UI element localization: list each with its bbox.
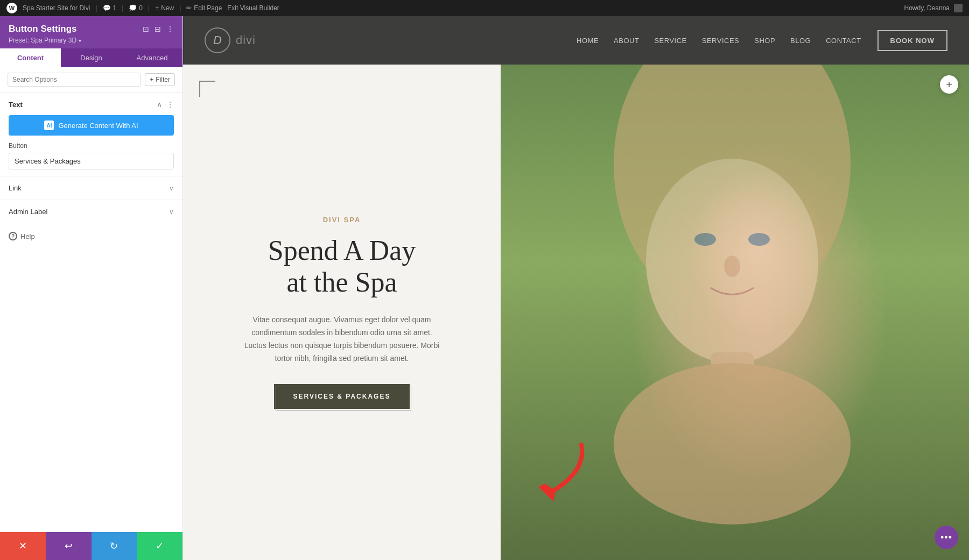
nav-shop[interactable]: SHOP bbox=[754, 37, 775, 45]
button-field-label: Button bbox=[9, 142, 174, 150]
more-options-icon[interactable]: ⋮ bbox=[166, 100, 174, 109]
nav-services[interactable]: SERVICES bbox=[702, 37, 740, 45]
nav-service[interactable]: SERVICE bbox=[654, 37, 686, 45]
section-actions: ∧ ⋮ bbox=[157, 100, 174, 109]
messages-btn[interactable]: 💭 0 bbox=[129, 4, 143, 12]
chevron-down-icon: ▾ bbox=[79, 38, 81, 44]
nav-about[interactable]: ABOUT bbox=[614, 37, 639, 45]
svg-point-3 bbox=[748, 233, 770, 246]
admin-bar-left: W Spa Starter Site for Divi | 💬 1 | 💭 0 … bbox=[6, 3, 898, 13]
plus-filter-icon: + bbox=[150, 76, 153, 83]
site-navigation: HOME ABOUT SERVICE SERVICES SHOP BLOG CO… bbox=[577, 37, 861, 45]
panel-bottom-bar: ✕ ↩ ↻ ✓ bbox=[0, 532, 182, 560]
save-button[interactable]: ✓ bbox=[137, 532, 182, 560]
site-name[interactable]: Spa Starter Site for Divi bbox=[23, 4, 90, 12]
search-input[interactable] bbox=[8, 73, 141, 87]
hero-right: + ••• bbox=[501, 65, 969, 560]
site-nav: D divi HOME ABOUT SERVICE SERVICES SHOP … bbox=[183, 16, 969, 65]
redo-button[interactable]: ↻ bbox=[92, 532, 137, 560]
panel-icon-1[interactable]: ⊡ bbox=[143, 25, 149, 33]
text-section-title: Text bbox=[9, 101, 23, 109]
nav-blog[interactable]: BLOG bbox=[790, 37, 811, 45]
left-panel: Button Settings ⊡ ⊟ ⋮ Preset: Spa Primar… bbox=[0, 16, 183, 560]
add-section-button[interactable]: + bbox=[940, 75, 958, 94]
comments-icon: 💬 bbox=[103, 4, 111, 12]
bubble-icon: 💭 bbox=[129, 4, 137, 12]
admin-bar-right: Howdy, Deanna bbox=[904, 4, 963, 12]
tab-design[interactable]: Design bbox=[61, 48, 122, 67]
dots-icon: ••• bbox=[940, 532, 952, 543]
admin-label-section: Admin Label ∨ bbox=[0, 200, 182, 223]
comments-btn[interactable]: 💬 1 bbox=[103, 4, 117, 12]
admin-label-title: Admin Label bbox=[9, 208, 47, 216]
panel-title: Button Settings bbox=[9, 24, 77, 34]
preview-area: D divi HOME ABOUT SERVICE SERVICES SHOP … bbox=[183, 16, 969, 560]
hero-body-text: Vitae consequat augue. Vivamus eget dolo… bbox=[240, 314, 444, 365]
panel-header: Button Settings ⊡ ⊟ ⋮ Preset: Spa Primar… bbox=[0, 16, 182, 48]
tab-advanced[interactable]: Advanced bbox=[122, 48, 182, 67]
panel-content: Text ∧ ⋮ AI Generate Content With AI But… bbox=[0, 93, 182, 560]
generate-ai-button[interactable]: AI Generate Content With AI bbox=[9, 115, 174, 136]
hero-cta-button[interactable]: SERVICES & PACKAGES bbox=[274, 384, 410, 409]
admin-label-chevron-icon: ∨ bbox=[169, 208, 174, 216]
admin-label-header[interactable]: Admin Label ∨ bbox=[0, 200, 182, 223]
button-field-group: Button bbox=[0, 142, 182, 176]
link-section: Link ∨ bbox=[0, 176, 182, 200]
plus-icon: + bbox=[155, 4, 159, 12]
preset-label[interactable]: Preset: Spa Primary 3D ▾ bbox=[9, 37, 174, 44]
plus-add-icon: + bbox=[946, 79, 952, 91]
help-icon: ? bbox=[9, 232, 17, 240]
pencil-icon: ✏ bbox=[186, 4, 192, 12]
edit-page-btn[interactable]: ✏ Edit Page bbox=[186, 4, 222, 12]
site-logo: D divi bbox=[205, 27, 256, 53]
svg-point-2 bbox=[694, 233, 716, 246]
tab-content[interactable]: Content bbox=[0, 48, 61, 67]
help-row: ? Help bbox=[0, 223, 182, 249]
help-label[interactable]: Help bbox=[20, 232, 35, 240]
user-avatar[interactable] bbox=[954, 4, 963, 12]
howdy-text: Howdy, Deanna bbox=[904, 4, 950, 12]
svg-point-6 bbox=[614, 363, 851, 524]
ai-icon: AI bbox=[44, 120, 54, 130]
panel-tabs: Content Design Advanced bbox=[0, 48, 182, 67]
filter-button[interactable]: + Filter bbox=[145, 73, 175, 86]
exit-builder-btn[interactable]: Exit Visual Builder bbox=[227, 4, 279, 12]
logo-d-letter: D bbox=[213, 33, 222, 47]
hero-corner-decoration bbox=[199, 81, 215, 97]
hero-image bbox=[501, 65, 969, 560]
new-btn[interactable]: + New bbox=[155, 4, 174, 12]
nav-home[interactable]: HOME bbox=[577, 37, 599, 45]
hero-subtitle: DIVI SPA bbox=[323, 216, 361, 224]
hero-title: Spend A Day at the Spa bbox=[268, 235, 416, 299]
logo-text: divi bbox=[236, 33, 256, 47]
panel-header-icons: ⊡ ⊟ ⋮ bbox=[143, 25, 174, 33]
button-text-input[interactable] bbox=[9, 153, 174, 169]
cancel-button[interactable]: ✕ bbox=[0, 532, 46, 560]
link-chevron-icon: ∨ bbox=[169, 185, 174, 192]
panel-icon-3[interactable]: ⋮ bbox=[166, 25, 174, 33]
book-now-button[interactable]: BOOK NOW bbox=[877, 30, 947, 51]
link-section-title: Link bbox=[9, 184, 22, 192]
admin-bar: W Spa Starter Site for Divi | 💬 1 | 💭 0 … bbox=[0, 0, 969, 16]
undo-button[interactable]: ↩ bbox=[46, 532, 92, 560]
link-section-header[interactable]: Link ∨ bbox=[0, 176, 182, 200]
main-layout: Button Settings ⊡ ⊟ ⋮ Preset: Spa Primar… bbox=[0, 16, 969, 560]
text-section-header: Text ∧ ⋮ bbox=[0, 93, 182, 113]
svg-point-4 bbox=[724, 256, 740, 277]
collapse-icon[interactable]: ∧ bbox=[157, 100, 162, 109]
dots-menu-button[interactable]: ••• bbox=[935, 526, 958, 549]
panel-icon-2[interactable]: ⊟ bbox=[155, 25, 161, 33]
hero-section: DIVI SPA Spend A Day at the Spa Vitae co… bbox=[183, 65, 969, 560]
nav-contact[interactable]: CONTACT bbox=[826, 37, 861, 45]
search-row: + Filter bbox=[0, 67, 182, 93]
hero-left: DIVI SPA Spend A Day at the Spa Vitae co… bbox=[183, 65, 501, 560]
logo-circle: D bbox=[205, 27, 230, 53]
wordpress-logo[interactable]: W bbox=[6, 3, 17, 13]
